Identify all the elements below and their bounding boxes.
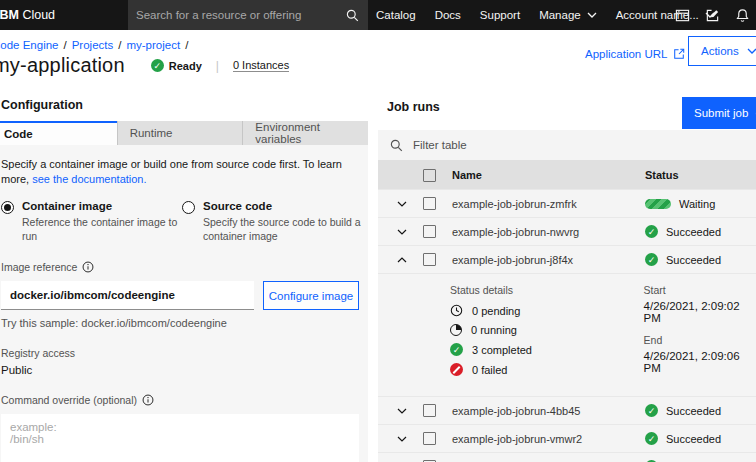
nav-manage[interactable]: Manage [539, 9, 597, 21]
table-row[interactable]: example-job-jobrun-vmwr2 ✓ Succeeded [378, 424, 756, 452]
column-header-name: Name [452, 169, 645, 181]
intro-text: Specify a container image or build one f… [1, 157, 359, 188]
expand-chevron-icon[interactable] [388, 408, 416, 414]
brand-logo[interactable]: IBM Cloud [0, 0, 55, 30]
edit-icon[interactable] [705, 8, 720, 23]
header-icon-group [675, 0, 750, 30]
expand-chevron-icon[interactable] [388, 436, 416, 442]
breadcrumb-projects[interactable]: Projects [72, 39, 114, 51]
jobrun-name: example-job-jobrun-nwvrg [452, 226, 645, 238]
configuration-heading: Configuration [0, 88, 368, 121]
radio-source-code[interactable]: Source code Specify the source code to b… [182, 200, 363, 243]
window-icon[interactable] [675, 8, 690, 23]
count-label: 0 pending [472, 305, 520, 317]
content-area: Configuration Code Runtime Environment v… [0, 88, 756, 462]
table-row[interactable]: example-job-jobrun-zmfrk ✓ Waiting [378, 189, 756, 217]
clock-icon [450, 304, 463, 317]
status-details-heading: Status details [450, 284, 574, 296]
command-override-textarea[interactable] [1, 414, 359, 462]
notification-bell-icon[interactable] [735, 8, 750, 23]
status-label: Succeeded [666, 226, 721, 238]
breadcrumb-code-engine[interactable]: Code Engine [0, 39, 59, 51]
radio-unselected-icon [182, 201, 195, 214]
table-row[interactable]: example-job-jobrun-j8f4x ✓ Succeeded [378, 245, 756, 273]
table-toolbar [378, 130, 756, 161]
title-row: my-application ✓ Ready | 0 Instances [0, 54, 289, 77]
nav-support[interactable]: Support [480, 9, 520, 21]
documentation-link[interactable]: see the documentation. [32, 173, 146, 185]
breadcrumb: Code Engine/Projects/my-project/ [0, 39, 193, 51]
divider: | [216, 59, 219, 73]
image-reference-row: Configure image [1, 281, 359, 310]
expand-chevron-icon[interactable] [388, 229, 416, 235]
radio-container-image[interactable]: Container image Reference the container … [1, 200, 182, 243]
chevron-down-icon [587, 12, 597, 18]
info-icon[interactable] [142, 394, 154, 406]
page-header: Code Engine/Projects/my-project/ my-appl… [0, 30, 756, 88]
status-badge: ✓ Ready [151, 59, 202, 72]
status-label: Waiting [679, 198, 715, 210]
search-icon [390, 139, 403, 152]
search-icon [346, 9, 359, 22]
row-checkbox[interactable] [423, 253, 436, 266]
submit-job-button[interactable]: Submit job [682, 97, 756, 129]
nav-catalog[interactable]: Catalog [376, 9, 416, 21]
tab-runtime[interactable]: Runtime [117, 121, 243, 145]
running-icon [450, 324, 462, 336]
check-circle-icon: ✓ [645, 404, 658, 417]
radio-source-code-desc: Specify the source code to build a conta… [203, 215, 363, 243]
select-all-checkbox[interactable] [423, 169, 436, 182]
image-reference-input[interactable] [1, 281, 254, 310]
jobrun-name: example-job-jobrun-vmwr2 [452, 433, 645, 445]
start-label: Start [644, 284, 756, 296]
nav-docs[interactable]: Docs [435, 9, 461, 21]
panel-gap [368, 88, 378, 462]
row-checkbox[interactable] [423, 404, 436, 417]
info-icon[interactable] [82, 261, 94, 273]
jobrun-status: ✓ Succeeded [645, 253, 756, 266]
image-source-radio-group: Container image Reference the container … [1, 200, 359, 243]
tab-code[interactable]: Code [0, 121, 117, 145]
page-title: my-application [0, 54, 125, 77]
start-value: 4/26/2021, 2:09:02 PM [644, 300, 756, 324]
jobrun-name: example-job-jobrun-j8f4x [452, 254, 645, 266]
radio-container-image-desc: Reference the container image to run [22, 215, 182, 243]
row-checkbox[interactable] [423, 432, 436, 445]
table-header-row: Name Status [378, 161, 756, 189]
expand-chevron-icon[interactable] [388, 257, 416, 263]
filter-table-input[interactable] [413, 139, 756, 151]
radio-container-image-label: Container image [22, 200, 112, 212]
table-row[interactable]: example-job-jobrun-4bb45 ✓ Succeeded [378, 396, 756, 424]
waiting-progress [645, 199, 671, 209]
check-circle-icon: ✓ [645, 225, 658, 238]
check-circle-icon: ✓ [645, 432, 658, 445]
viewport: IBM Cloud Catalog Docs Support Manage Ac… [0, 0, 756, 462]
chevron-down-icon [747, 48, 756, 54]
jobrun-name: example-job-jobrun-zmfrk [452, 198, 645, 210]
jobrun-status: ✓ Waiting [645, 198, 756, 210]
header-nav: Catalog Docs Support Manage Account name… [376, 0, 715, 30]
table-row[interactable]: example-job-jobrun-nwvrg ✓ Succeeded [378, 217, 756, 245]
code-tab-panel: Specify a container image or build one f… [0, 145, 368, 462]
jobrun-status: ✓ Succeeded [645, 432, 756, 445]
jobrun-status: ✓ Succeeded [645, 225, 756, 238]
job-runs-panel: Job runs Submit job Name Status [378, 88, 756, 462]
table-row[interactable]: example-job-jobrun-95tnx ✓ Succeeded [378, 452, 756, 462]
radio-selected-icon [1, 201, 14, 214]
tab-environment-variables[interactable]: Environment variables [242, 121, 368, 145]
application-url-link[interactable]: Application URL [585, 48, 685, 60]
configuration-tabs: Code Runtime Environment variables [0, 121, 368, 145]
external-link-icon [673, 48, 685, 60]
status-label: Succeeded [666, 254, 721, 266]
row-checkbox[interactable] [423, 197, 436, 210]
row-checkbox[interactable] [423, 225, 436, 238]
expand-chevron-icon[interactable] [388, 201, 416, 207]
count-label: 0 failed [472, 364, 507, 376]
end-label: End [644, 334, 756, 346]
instances-link[interactable]: 0 Instances [233, 59, 289, 72]
breadcrumb-my-project[interactable]: my-project [126, 39, 180, 51]
count-label: 3 completed [472, 344, 532, 356]
configure-image-button[interactable]: Configure image [263, 281, 359, 310]
actions-button[interactable]: Actions [688, 36, 756, 66]
global-search-input[interactable] [128, 9, 346, 21]
